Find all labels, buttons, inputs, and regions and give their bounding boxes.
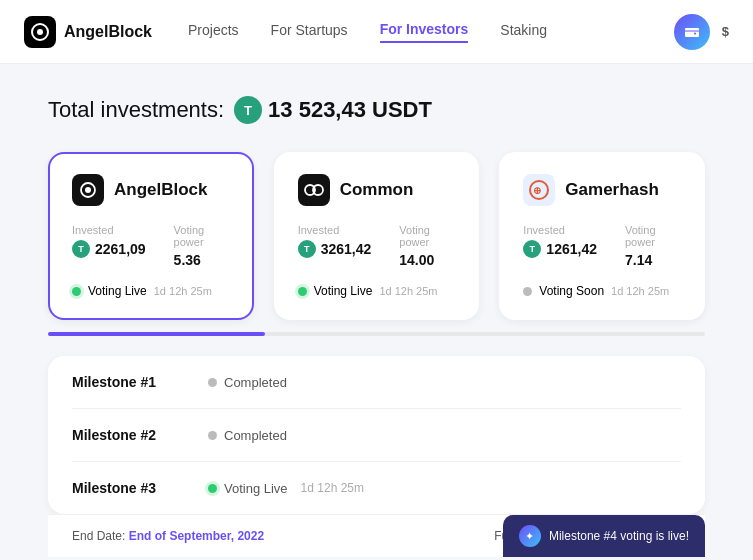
scroll-bar-thumb (48, 332, 265, 336)
svg-point-1 (37, 29, 43, 35)
common-status-text: Voting Live (314, 284, 373, 298)
cards-row: AngelBlock Invested T 2261,09 Voting pow… (48, 152, 705, 320)
angelblock-vp-value: 5.36 (174, 252, 201, 268)
card-angelblock-header: AngelBlock (72, 174, 230, 206)
milestone-1-dot (208, 378, 217, 387)
footer-end-date: End Date: End of September, 2022 (72, 529, 264, 543)
milestone-3-status: Voting Live 1d 12h 25m (208, 481, 364, 496)
logo-icon (24, 16, 56, 48)
card-gamerhash[interactable]: ⊕ Gamerhash Invested T 1261,42 Voting po… (499, 152, 705, 320)
card-gamerhash-status: Voting Soon 1d 12h 25m (523, 284, 681, 298)
angelblock-status-text: Voting Live (88, 284, 147, 298)
card-common-stats: Invested T 3261,42 Voting power 14.00 (298, 224, 456, 268)
nav-staking[interactable]: Staking (500, 22, 547, 42)
navbar: AngelBlock Projects For Startups For Inv… (0, 0, 753, 64)
card-gamerhash-stats: Invested T 1261,42 Voting power 7.14 (523, 224, 681, 268)
svg-point-3 (85, 187, 91, 193)
footer-info: End Date: End of September, 2022 Funds r… (48, 514, 705, 557)
nav-links: Projects For Startups For Investors Stak… (188, 21, 674, 43)
stat-tether-icon-2: T (298, 240, 316, 258)
logo-text: AngelBlock (64, 23, 152, 41)
total-investments-label: Total investments: (48, 97, 224, 123)
card-angelblock-voting-power: Voting power 5.36 (174, 224, 230, 268)
milestone-1-label: Milestone #1 (72, 374, 192, 390)
logo[interactable]: AngelBlock (24, 16, 152, 48)
gamerhash-status-time: 1d 12h 25m (611, 285, 669, 297)
milestones-section: Milestone #1 Completed Milestone #2 Comp… (48, 356, 705, 514)
wallet-button[interactable] (674, 14, 710, 50)
milestone-2-status: Completed (208, 428, 287, 443)
common-status-dot (298, 287, 307, 296)
nav-right: $ (674, 14, 729, 50)
end-date-label: End Date: (72, 529, 125, 543)
card-common-invested: Invested T 3261,42 (298, 224, 372, 268)
milestone-3-status-text: Voting Live (224, 481, 288, 496)
stat-tether-icon: T (72, 240, 90, 258)
card-gamerhash-header: ⊕ Gamerhash (523, 174, 681, 206)
milestone-2-row: Milestone #2 Completed (72, 409, 681, 462)
milestone-3-row: Milestone #3 Voting Live 1d 12h 25m (72, 462, 681, 514)
card-common-status: Voting Live 1d 12h 25m (298, 284, 456, 298)
stat-tether-icon-3: T (523, 240, 541, 258)
nav-for-investors[interactable]: For Investors (380, 21, 469, 43)
card-gamerhash-invested: Invested T 1261,42 (523, 224, 597, 268)
gamerhash-status-text: Voting Soon (539, 284, 604, 298)
milestone-3-dot (208, 484, 217, 493)
svg-text:⊕: ⊕ (533, 185, 541, 196)
gamerhash-status-dot (523, 287, 532, 296)
common-status-time: 1d 12h 25m (379, 285, 437, 297)
card-common-name: Common (340, 180, 414, 200)
card-common-header: Common (298, 174, 456, 206)
common-vp-value: 14.00 (399, 252, 434, 268)
card-gamerhash-voting-power: Voting power 7.14 (625, 224, 681, 268)
gamerhash-logo: ⊕ (523, 174, 555, 206)
toast-icon: ✦ (519, 525, 541, 547)
angelblock-status-time: 1d 12h 25m (154, 285, 212, 297)
wallet-dollar: $ (722, 24, 729, 39)
nav-projects[interactable]: Projects (188, 22, 239, 42)
milestone-2-label: Milestone #2 (72, 427, 192, 443)
milestone-3-label: Milestone #3 (72, 480, 192, 496)
milestone-2-status-text: Completed (224, 428, 287, 443)
tether-icon: T (234, 96, 262, 124)
card-angelblock-invested: Invested T 2261,09 (72, 224, 146, 268)
angelblock-invested-value: 2261,09 (95, 241, 146, 257)
card-gamerhash-name: Gamerhash (565, 180, 659, 200)
gamerhash-vp-value: 7.14 (625, 252, 652, 268)
main-content: Total investments: T 13 523,43 USDT Ange… (0, 64, 753, 560)
status-live-dot (72, 287, 81, 296)
common-invested-value: 3261,42 (321, 241, 372, 257)
milestone-1-row: Milestone #1 Completed (72, 356, 681, 409)
card-common[interactable]: Common Invested T 3261,42 Voting power 1… (274, 152, 480, 320)
milestone-1-status: Completed (208, 375, 287, 390)
card-angelblock-name: AngelBlock (114, 180, 208, 200)
toast-text: Milestone #4 voting is live! (549, 529, 689, 543)
card-angelblock-status: Voting Live 1d 12h 25m (72, 284, 230, 298)
cards-scroll-bar[interactable] (48, 332, 705, 336)
gamerhash-invested-value: 1261,42 (546, 241, 597, 257)
milestone-2-dot (208, 431, 217, 440)
total-amount: 13 523,43 USDT (268, 97, 432, 123)
milestone-3-time: 1d 12h 25m (301, 481, 364, 495)
tether-badge: T 13 523,43 USDT (234, 96, 432, 124)
card-angelblock[interactable]: AngelBlock Invested T 2261,09 Voting pow… (48, 152, 254, 320)
milestone-toast[interactable]: ✦ Milestone #4 voting is live! (503, 515, 705, 557)
end-date-value: End of September, 2022 (129, 529, 264, 543)
card-angelblock-stats: Invested T 2261,09 Voting power 5.36 (72, 224, 230, 268)
card-common-voting-power: Voting power 14.00 (399, 224, 455, 268)
milestone-1-status-text: Completed (224, 375, 287, 390)
common-logo (298, 174, 330, 206)
angelblock-logo (72, 174, 104, 206)
total-investments: Total investments: T 13 523,43 USDT (48, 96, 705, 124)
nav-for-startups[interactable]: For Startups (271, 22, 348, 42)
